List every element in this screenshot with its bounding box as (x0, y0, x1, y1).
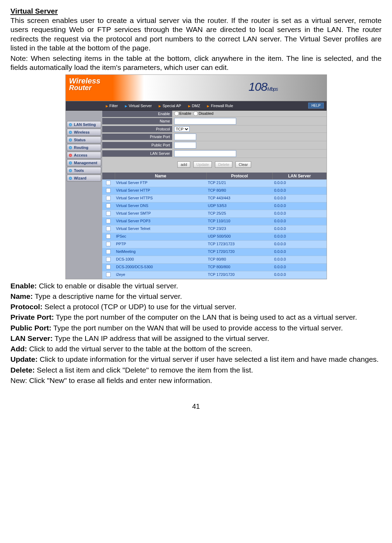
table-row[interactable]: Virtual Server FTPTCP 21/210.0.0.0 (102, 179, 327, 187)
intro-paragraph-1: This screen enables user to create a vir… (10, 16, 382, 53)
sidebar-item-access[interactable]: Access (67, 152, 101, 159)
table-row[interactable]: Virtual Server TelnetTCP 23/230.0.0.0 (102, 225, 327, 233)
table-body: Virtual Server FTPTCP 21/210.0.0.0Virtua… (102, 179, 327, 279)
cell-protocol: TCP 80/80 (206, 187, 273, 194)
desc-delete-b: Delete: (10, 366, 35, 374)
nav-filter[interactable]: ▶Filter (102, 104, 121, 108)
row-checkbox[interactable] (106, 272, 111, 277)
button-row: add Update Delete Clear (102, 158, 327, 173)
triangle-icon: ▶ (207, 104, 209, 108)
private-port-input[interactable] (174, 134, 196, 140)
cell-name: Virtual Server FTP (115, 179, 207, 187)
row-checkbox[interactable] (106, 196, 111, 200)
cell-lan: 0.0.0.0 (273, 202, 326, 210)
sidebar-item-status[interactable]: Status (67, 136, 101, 143)
nav-dmz[interactable]: ▶DMZ (185, 104, 204, 108)
sidebar-item-wizard[interactable]: Wizard (67, 175, 101, 182)
banner: Wireless Router 108Mbps (66, 75, 327, 101)
row-checkbox[interactable] (106, 219, 111, 223)
table-row[interactable]: Virtual Server HTTPSTCP 443/4430.0.0.0 (102, 195, 327, 202)
cell-name: DCS-1000 (115, 256, 207, 263)
name-label: Name (102, 118, 172, 125)
logo-line2: Router (69, 84, 91, 91)
sidebar-item-wireless[interactable]: Wireless (67, 129, 101, 136)
nav-firewall-rule[interactable]: ▶Firewall Rule (203, 104, 237, 108)
cell-protocol: TCP 25/25 (206, 210, 273, 217)
sidebar-item-routing[interactable]: Routing (67, 144, 101, 151)
name-input[interactable] (174, 118, 236, 125)
section-heading: Virtual Server (10, 7, 382, 15)
enable-radio-enable[interactable] (174, 111, 179, 116)
row-checkbox[interactable] (106, 257, 111, 262)
desc-lan-b: LAN Server: (10, 334, 53, 342)
sidebar-item-lan-setting[interactable]: LAN Setting (67, 121, 101, 128)
nav-label: Virtual Server (129, 104, 152, 108)
desc-name-t: Type a descriptive name for the virtual … (33, 292, 182, 300)
row-checkbox[interactable] (106, 265, 111, 269)
cell-name: Virtual Server DNS (115, 202, 207, 210)
cell-protocol: TCP 23/23 (206, 225, 273, 233)
nav-label: Firewall Rule (211, 104, 233, 108)
cell-lan: 0.0.0.0 (273, 195, 326, 202)
cell-lan: 0.0.0.0 (273, 233, 326, 240)
nav-special-ap[interactable]: ▶Special AP (155, 104, 184, 108)
sidebar-item-management[interactable]: Management (67, 159, 101, 166)
desc-new-t: New: Click "New" to erase all fields and… (10, 376, 212, 384)
nav-label: Special AP (162, 104, 181, 108)
cell-name: NetMeeting (115, 248, 207, 256)
lan-server-label: LAN Server (102, 150, 172, 157)
cell-lan: 0.0.0.0 (273, 218, 326, 225)
row-checkbox[interactable] (106, 188, 111, 193)
cell-lan: 0.0.0.0 (273, 256, 326, 263)
nav-label: Filter (110, 104, 118, 108)
table-row[interactable]: Virtual Server SMTPTCP 25/250.0.0.0 (102, 210, 327, 218)
row-checkbox[interactable] (106, 211, 111, 216)
intro-paragraph-2: Note: When selecting items in the table … (10, 54, 382, 72)
desc-public-t: Type the port number on the WAN that wil… (51, 324, 343, 332)
sidebar-item-tools[interactable]: Tools (67, 167, 101, 174)
lan-server-input[interactable] (174, 150, 236, 157)
desc-enable-b: Enable: (10, 282, 37, 290)
table-row[interactable]: Virtual Server POP3TCP 110/1100.0.0.0 (102, 218, 327, 225)
table-row[interactable]: IPSecUDP 500/5000.0.0.0 (102, 233, 327, 241)
row-checkbox[interactable] (106, 242, 111, 246)
desc-update-b: Update: (10, 355, 38, 363)
row-checkbox[interactable] (106, 234, 111, 239)
cell-protocol: TCP 1720/1720 (206, 271, 273, 279)
delete-button[interactable]: Delete (215, 161, 232, 168)
nav-virtual-server[interactable]: ▶Virtual Server (121, 104, 155, 108)
desc-enable-t: Click to enable or disable the virtual s… (37, 282, 178, 290)
speed-number: 108 (249, 80, 267, 93)
enable-opt2: Disabled (199, 111, 214, 115)
row-checkbox[interactable] (106, 181, 111, 185)
cell-lan: 0.0.0.0 (273, 179, 326, 187)
desc-public-b: Public Port: (10, 324, 51, 332)
update-button[interactable]: Update (193, 161, 212, 168)
enable-radio-disabled[interactable] (193, 111, 198, 116)
protocol-label: Protocol (102, 126, 172, 133)
row-checkbox[interactable] (106, 226, 111, 231)
enable-opt1: Enable (179, 111, 191, 115)
help-button[interactable]: HELP (308, 103, 323, 109)
public-port-input[interactable] (174, 142, 196, 149)
table-row[interactable]: NetMeetingTCP 1720/17200.0.0.0 (102, 248, 327, 256)
triangle-icon: ▶ (188, 104, 191, 108)
enable-label: Enable (102, 111, 172, 117)
cell-lan: 0.0.0.0 (273, 187, 326, 194)
clear-button[interactable]: Clear (235, 161, 251, 168)
row-checkbox[interactable] (106, 203, 111, 208)
desc-add-b: Add: (10, 345, 27, 353)
table-row[interactable]: DCS-2000/DCS-5300TCP 800/8000.0.0.0 (102, 264, 327, 271)
table-row[interactable]: DCS-1000TCP 80/800.0.0.0 (102, 256, 327, 264)
table-header: Name Protocol LAN Server (102, 173, 327, 179)
table-row[interactable]: Virtual Server HTTPTCP 80/800.0.0.0 (102, 187, 327, 195)
add-button[interactable]: add (177, 161, 190, 168)
private-port-label: Private Port (102, 134, 172, 140)
table-row[interactable]: PPTPTCP 1723/17230.0.0.0 (102, 241, 327, 248)
nav-label: DMZ (192, 104, 200, 108)
protocol-select[interactable]: TCP (174, 126, 190, 132)
row-checkbox[interactable] (106, 249, 111, 254)
table-row[interactable]: i2eyeTCP 1720/17200.0.0.0 (102, 271, 327, 279)
table-row[interactable]: Virtual Server DNSUDP 53/530.0.0.0 (102, 202, 327, 210)
cell-protocol: TCP 1720/1720 (206, 248, 273, 256)
